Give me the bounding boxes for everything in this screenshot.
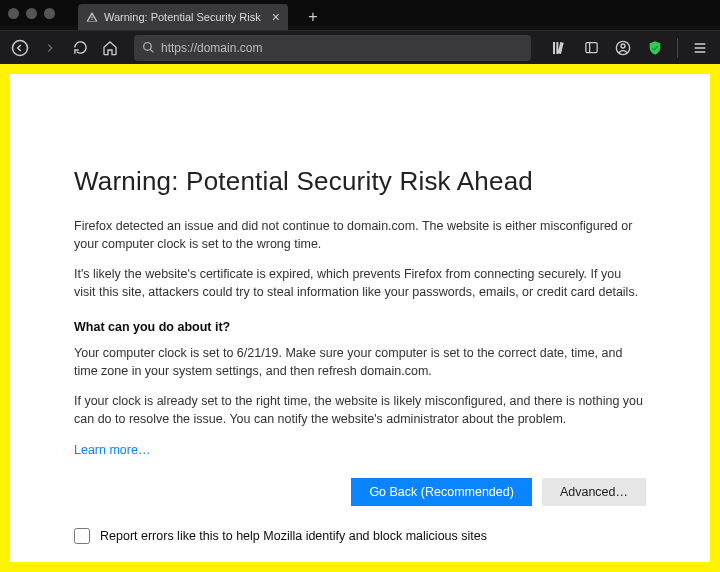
report-errors-checkbox[interactable] xyxy=(74,528,90,544)
learn-more-link[interactable]: Learn more… xyxy=(74,443,150,457)
account-button[interactable] xyxy=(609,34,637,62)
minimize-window-button[interactable] xyxy=(26,8,37,19)
report-errors-label: Report errors like this to help Mozilla … xyxy=(100,529,487,543)
advice-2: If your clock is already set to the righ… xyxy=(74,392,646,428)
reload-button[interactable] xyxy=(66,34,94,62)
error-page: Warning: Potential Security Risk Ahead F… xyxy=(10,74,710,562)
advanced-button[interactable]: Advanced… xyxy=(542,478,646,506)
close-tab-button[interactable]: × xyxy=(272,10,280,24)
browser-tab[interactable]: Warning: Potential Security Risk × xyxy=(78,4,288,30)
advice-1: Your computer clock is set to 6/21/19. M… xyxy=(74,344,646,380)
close-window-button[interactable] xyxy=(8,8,19,19)
divider xyxy=(677,38,678,58)
button-row: Go Back (Recommended) Advanced… xyxy=(74,478,646,506)
error-description-2: It's likely the website's certificate is… xyxy=(74,265,646,301)
go-back-button[interactable]: Go Back (Recommended) xyxy=(351,478,532,506)
error-description-1: Firefox detected an issue and did not co… xyxy=(74,217,646,253)
content-frame: Warning: Potential Security Risk Ahead F… xyxy=(0,64,720,572)
svg-point-1 xyxy=(144,43,152,51)
library-button[interactable] xyxy=(545,34,573,62)
svg-rect-2 xyxy=(585,43,596,53)
search-icon xyxy=(142,41,155,54)
protection-shield-icon[interactable] xyxy=(641,34,669,62)
back-button[interactable] xyxy=(6,34,34,62)
page-heading: Warning: Potential Security Risk Ahead xyxy=(74,166,646,197)
app-menu-button[interactable] xyxy=(686,34,714,62)
url-text: https://domain.com xyxy=(161,41,262,55)
window-controls xyxy=(8,8,55,19)
warning-icon xyxy=(86,11,98,23)
browser-toolbar: https://domain.com xyxy=(0,30,720,64)
maximize-window-button[interactable] xyxy=(44,8,55,19)
subheading: What can you do about it? xyxy=(74,320,646,334)
sidebar-button[interactable] xyxy=(577,34,605,62)
home-button[interactable] xyxy=(96,34,124,62)
url-bar[interactable]: https://domain.com xyxy=(134,35,531,61)
new-tab-button[interactable]: + xyxy=(302,6,324,28)
report-errors-row[interactable]: Report errors like this to help Mozilla … xyxy=(74,528,646,544)
forward-button[interactable] xyxy=(36,34,64,62)
svg-point-4 xyxy=(621,44,625,48)
tab-title: Warning: Potential Security Risk xyxy=(104,11,264,23)
svg-point-0 xyxy=(13,40,28,55)
